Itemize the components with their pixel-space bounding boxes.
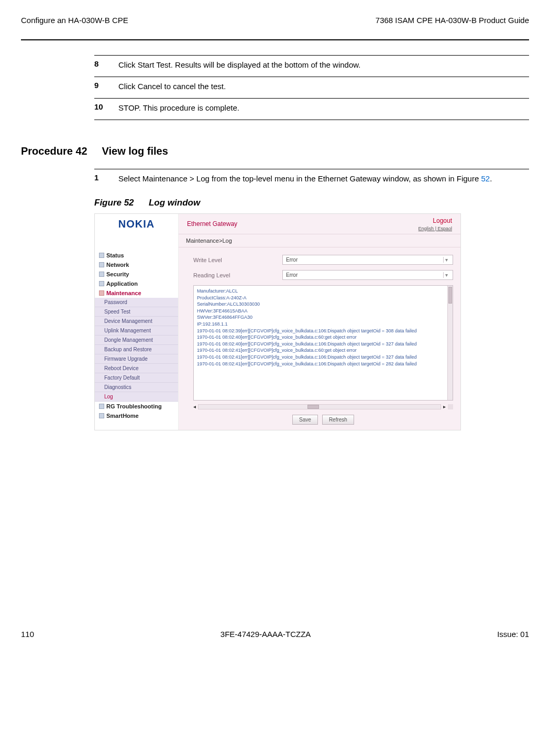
nav-reboot-device[interactable]: Reboot Device [95,364,178,373]
header-left: Configure an HA-030W-B CPE [21,16,128,25]
nokia-logo: NOKIA [118,218,155,230]
nav-log[interactable]: Log [95,392,178,402]
log-line: 1970-01-01 08:02:40[err][CFGVOIP]cfg_voi… [197,341,449,348]
nav-device-management[interactable]: Device Management [95,317,178,326]
vertical-scrollbar[interactable] [447,286,453,400]
log-line: SerialNumber:ALCL30303030 [197,301,449,308]
plus-icon [99,253,104,258]
doc-header: Configure an HA-030W-B CPE 7368 ISAM CPE… [21,16,529,25]
step-text: STOP. This procedure is complete. [118,102,529,113]
app-title: Ethernet Gateway [187,220,237,228]
plus-icon [99,413,104,418]
footer-page: 110 [21,630,34,639]
nav-speed-test[interactable]: Speed Test [95,307,178,317]
step-number: 1 [94,173,118,184]
procedure-heading: Procedure 42 View log files [21,145,529,157]
procedure-title: View log files [102,145,168,157]
log-textarea[interactable]: Manufacturer:ALCL ProductClass:A-240Z-A … [193,285,453,401]
write-level-value: Error [286,257,298,263]
plus-icon [99,281,104,286]
procedure-steps: 1 Select Maintenance > Log from the top-… [94,169,529,190]
scroll-left-icon[interactable]: ◂ [193,404,196,409]
figure-label: Figure 52 [94,198,134,208]
nav-smarthome[interactable]: SmartHome [95,411,178,420]
step-number: 10 [94,102,118,113]
horizontal-scroll-row: ◂ ▸ [193,404,453,409]
procedure-label: Procedure 42 [21,145,87,157]
nav-dongle-management[interactable]: Dongle Management [95,336,178,345]
log-line: 1970-01-01 08:02:40[err][CFGVOIP]cfg_voi… [197,334,449,341]
footer-docid: 3FE-47429-AAAA-TCZZA [221,630,311,639]
nav-application[interactable]: Application [95,279,178,288]
doc-footer: 110 3FE-47429-AAAA-TCZZA Issue: 01 [0,630,550,651]
refresh-button[interactable]: Refresh [322,415,354,425]
scroll-right-icon[interactable]: ▸ [443,404,446,409]
log-line: SWVer:3FE46864FFGA30 [197,314,449,321]
resize-grip-icon[interactable] [448,404,453,409]
write-level-row: Write Level Error ▾ [193,255,453,265]
step-row: 8 Click Start Test. Results will be disp… [94,56,529,77]
step-number: 8 [94,59,118,70]
step-text: Click Cancel to cancel the test. [118,81,529,92]
header-rule [21,39,529,40]
nav-uplink-management[interactable]: Uplink Management [95,326,178,336]
log-line: ProductClass:A-240Z-A [197,295,449,301]
log-line: 1970-01-01 08:02:41[err][CFGVOIP]cfg_voi… [197,354,449,361]
button-row: Save Refresh [193,415,453,425]
log-line: HWVer:3FE46615ABAA [197,308,449,315]
step-row: 10 STOP. This procedure is complete. [94,99,529,120]
write-level-select[interactable]: Error ▾ [282,255,453,265]
step-text: Select Maintenance > Log from the top-le… [118,173,529,184]
breadcrumb: Maintenance>Log [179,234,460,247]
content-pane: Write Level Error ▾ Reading Level Error … [179,247,460,430]
nav-diagnostics[interactable]: Diagnostics [95,383,178,392]
step-number: 9 [94,81,118,92]
reading-level-select[interactable]: Error ▾ [282,270,453,280]
reading-level-row: Reading Level Error ▾ [193,270,453,280]
log-line: 1970-01-01 08:02:41[err][CFGVOIP]cfg_voi… [197,347,449,354]
nav-security[interactable]: Security [95,269,178,279]
steps-section: 8 Click Start Test. Results will be disp… [94,55,529,120]
step-row: 9 Click Cancel to cancel the test. [94,77,529,98]
nav-firmware-upgrade[interactable]: Firmware Upgrade [95,354,178,364]
reading-level-label: Reading Level [193,272,282,278]
reading-level-value: Error [286,272,298,278]
horizontal-scrollbar[interactable] [198,404,441,409]
nav-rg-troubleshooting[interactable]: RG Troubleshooting [95,402,178,411]
nav-status[interactable]: Status [95,251,178,260]
figure-title: Log window [149,198,200,208]
log-line: 1970-01-01 08:02:39[err][CFGVOIP]cfg_voi… [197,328,449,334]
sidebar-nav: Status Network Security Application Main… [95,247,179,430]
nav-factory-default[interactable]: Factory Default [95,373,178,383]
step-row: 1 Select Maintenance > Log from the top-… [94,169,529,190]
nav-maintenance[interactable]: Maintenance [95,288,178,298]
plus-icon [99,404,104,409]
logo-area: NOKIA [95,214,179,234]
screenshot-log-window: NOKIA Ethernet Gateway Logout English | … [94,213,461,430]
logout-link[interactable]: Logout [419,217,452,224]
log-line: IP:192.168.1.1 [197,321,449,328]
chevron-down-icon: ▾ [443,272,449,278]
figure-link[interactable]: 52 [481,174,490,183]
step-text: Click Start Test. Results will be displa… [118,59,529,70]
chevron-down-icon: ▾ [443,257,449,263]
plus-icon [99,272,104,277]
nav-network[interactable]: Network [95,260,178,269]
log-line: 1970-01-01 08:02:41[err][CFGVOIP]cfg_voi… [197,361,449,368]
minus-icon [99,290,104,296]
save-button[interactable]: Save [292,415,318,425]
nav-password[interactable]: Password [95,298,178,307]
language-links[interactable]: English | Espaol [419,226,452,231]
write-level-label: Write Level [193,257,282,263]
figure-heading: Figure 52 Log window [94,198,529,208]
step-text-after: . [490,174,492,183]
header-right: 7368 ISAM CPE HA-030W-B Product Guide [376,16,529,25]
plus-icon [99,262,104,267]
step-rule [94,120,529,120]
step-text-before: Select Maintenance > Log from the top-le… [118,174,481,183]
title-bar: Ethernet Gateway Logout English | Espaol [179,214,460,234]
nav-backup-restore[interactable]: Backup and Restore [95,345,178,354]
footer-issue: Issue: 01 [497,630,529,639]
log-line: Manufacturer:ALCL [197,288,449,295]
